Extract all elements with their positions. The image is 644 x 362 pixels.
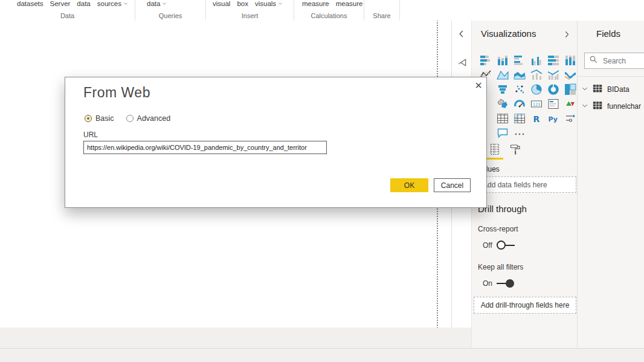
svg-text:Py: Py	[549, 115, 558, 123]
multi-row-card-icon[interactable]	[545, 97, 562, 111]
stacked-area-chart-icon[interactable]	[511, 68, 528, 82]
ribbon-group-label: Data	[0, 12, 135, 19]
search-input[interactable]	[602, 56, 644, 66]
ribbon-group-label: Queries	[135, 12, 205, 19]
basic-radio[interactable]: Basic	[85, 114, 114, 123]
table-icon[interactable]	[494, 111, 511, 126]
fields-divider	[578, 76, 644, 77]
ribbon-group-label: Calculations	[294, 12, 364, 19]
keep-all-filters-label: Keep all filters	[478, 263, 523, 271]
ribbon-item-data[interactable]: data	[147, 0, 167, 7]
basic-radio-label: Basic	[95, 114, 114, 123]
cross-report-label: Cross-report	[478, 225, 518, 233]
format-subtab[interactable]	[509, 143, 521, 155]
dialog-title: From Web	[83, 85, 150, 101]
stacked-bar-chart-icon[interactable]	[477, 53, 494, 68]
chevron-down-icon	[162, 0, 167, 7]
advanced-radio[interactable]: Advanced	[126, 114, 171, 123]
clustered-column-chart-icon[interactable]	[528, 53, 545, 68]
chevron-down-icon[interactable]	[581, 85, 588, 94]
r-script-icon[interactable]: R	[528, 111, 545, 126]
ribbon-group-data: datasetsServerdatasourcesData	[0, 0, 135, 21]
clustered-bar-chart-icon[interactable]	[511, 53, 528, 68]
chevron-right-icon[interactable]	[562, 30, 571, 41]
matrix-icon[interactable]	[511, 111, 528, 126]
donut-chart-icon[interactable]	[545, 82, 562, 97]
cross-report-toggle[interactable]: Off	[483, 241, 515, 250]
drill-through-fields-well[interactable]: Add drill-through fields here	[474, 297, 576, 314]
close-icon[interactable]: ×	[475, 79, 482, 92]
ribbon-item-measure[interactable]: measure	[336, 0, 363, 7]
ribbon-item-datasets[interactable]: datasets	[17, 0, 43, 7]
hundred-stacked-column-chart-icon[interactable]	[562, 53, 579, 68]
keep-all-filters-toggle[interactable]: On	[483, 279, 514, 288]
kpi-icon[interactable]	[562, 97, 579, 111]
ribbon-group-insert: visualboxvisualsInsert	[206, 0, 294, 21]
line-stacked-column-chart-icon[interactable]	[528, 68, 545, 82]
status-bar-divider	[0, 348, 644, 349]
ribbon-item-measure[interactable]: measure	[302, 0, 329, 7]
cancel-button[interactable]: Cancel	[434, 178, 471, 192]
funnel-chart-icon[interactable]	[494, 82, 511, 97]
field-table-row[interactable]: funnelchar	[578, 98, 644, 115]
chevron-left-icon[interactable]	[457, 29, 468, 40]
table-name: funnelchar	[607, 102, 641, 111]
fields-table-list: BIDatafunnelchar	[578, 81, 644, 115]
url-label: URL	[83, 131, 98, 139]
ribbon: datasetsServerdatasourcesDatadataQueries…	[0, 0, 644, 21]
data-fields-well[interactable]: Add data fields here	[474, 176, 576, 193]
ribbon-item-Server[interactable]: Server	[50, 0, 70, 7]
radio-selected-icon	[85, 115, 92, 122]
connection-mode-radios: Basic Advanced	[85, 114, 170, 123]
line-clustered-column-chart-icon[interactable]	[545, 68, 562, 82]
ribbon-chart-icon[interactable]	[562, 68, 579, 82]
keep-all-filters-state: On	[483, 279, 492, 288]
toggle-on-icon	[497, 279, 514, 288]
from-web-dialog: × From Web Basic Advanced URL OK Cancel	[65, 77, 487, 208]
svg-text:123: 123	[533, 102, 540, 107]
decomposition-tree-icon[interactable]	[562, 111, 579, 126]
search-icon	[589, 55, 598, 66]
ok-button[interactable]: OK	[390, 178, 428, 192]
qa-visual-icon[interactable]	[494, 126, 511, 140]
fields-title: Fields	[596, 28, 620, 39]
treemap-icon[interactable]	[562, 82, 579, 97]
pie-chart-icon[interactable]	[528, 82, 545, 97]
scatter-chart-icon[interactable]	[511, 82, 528, 97]
ribbon-item-box[interactable]: box	[237, 0, 248, 7]
ribbon-item-visual[interactable]: visual	[213, 0, 230, 7]
python-visual-icon[interactable]: Py	[545, 111, 562, 126]
ribbon-group-share: Share	[364, 0, 400, 21]
filled-map-icon[interactable]	[494, 97, 511, 111]
stacked-column-chart-icon[interactable]	[494, 53, 511, 68]
url-input[interactable]	[83, 141, 327, 154]
visualizations-title: Visualizations	[481, 28, 536, 39]
toggle-off-icon	[497, 241, 515, 250]
ribbon-item-sources[interactable]: sources	[97, 0, 128, 7]
fields-subtab[interactable]	[489, 143, 501, 155]
chevron-down-icon	[123, 0, 128, 7]
chevron-down-icon[interactable]	[581, 102, 588, 111]
card-icon[interactable]: 123	[528, 97, 545, 111]
table-grid-icon	[593, 100, 603, 112]
more-options-icon[interactable]	[511, 126, 528, 140]
visualizations-pane: Visualizations 123RPy Values Add data fi…	[471, 21, 577, 347]
gauge-icon[interactable]	[511, 97, 528, 111]
ribbon-group-label: Share	[364, 12, 399, 19]
visualizations-grid: 123RPy	[477, 53, 579, 140]
chevron-down-icon	[278, 0, 283, 7]
search-box[interactable]	[584, 53, 644, 69]
table-grid-icon	[593, 83, 603, 95]
hundred-stacked-bar-chart-icon[interactable]	[545, 53, 562, 68]
active-subtab-underline	[486, 158, 503, 160]
advanced-radio-label: Advanced	[137, 114, 171, 123]
filter-icon[interactable]	[457, 57, 468, 68]
area-chart-icon[interactable]	[494, 68, 511, 82]
ribbon-group-calculations: measuremeasureCalculations	[294, 0, 364, 21]
field-table-row[interactable]: BIData	[578, 81, 644, 98]
ribbon-group-label: Insert	[206, 12, 294, 19]
ribbon-item-data[interactable]: data	[77, 0, 90, 7]
cross-report-state: Off	[483, 241, 492, 250]
svg-text:R: R	[533, 114, 540, 124]
ribbon-item-visuals[interactable]: visuals	[255, 0, 283, 7]
